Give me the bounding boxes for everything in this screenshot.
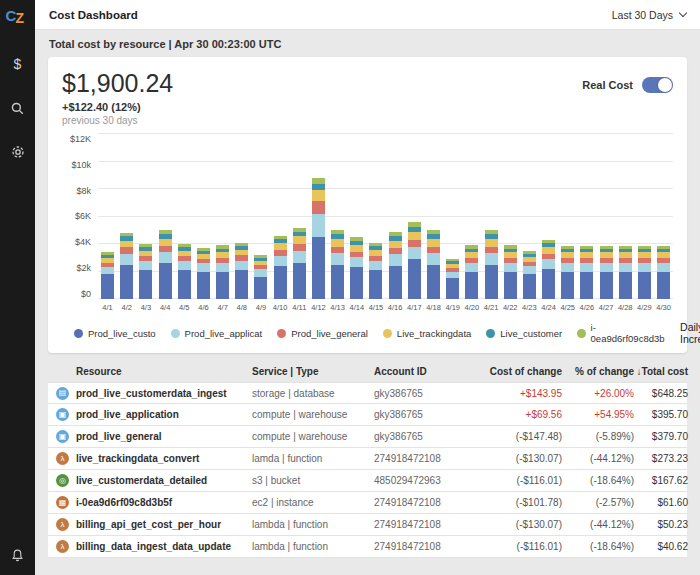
- legend-dot: [277, 329, 286, 338]
- column-header-resource[interactable]: Resource: [76, 366, 252, 377]
- legend-label: Prod_live_custo: [88, 328, 156, 339]
- table-header-row: ResourceService | TypeAccount IDCost of …: [48, 360, 687, 382]
- legend-item-Live_trackingdata[interactable]: Live_trackingdata: [383, 328, 471, 339]
- bar-segment-Prod_live_applicat: [427, 253, 440, 265]
- resource-name: prod_live_customerdata_ingest: [76, 388, 252, 399]
- service-type: compute | warehouse: [252, 431, 374, 442]
- legend-item-Prod_live_applicat[interactable]: Prod_live_applicat: [171, 328, 263, 339]
- bar-segment-Prod_live_applicat: [350, 257, 363, 267]
- cost-of-change: (-$116.01): [474, 541, 562, 552]
- storage-icon: ▤: [56, 387, 69, 400]
- x-tick-label: 4/10: [271, 303, 290, 312]
- table-row[interactable]: ▦i-0ea9d6rf09c8d3b5fec2 | instance274918…: [48, 492, 687, 514]
- column-header--total-cost[interactable]: ↓Total cost: [634, 366, 688, 377]
- bar-segment-Live_trackingdata: [159, 239, 172, 247]
- bar-4/18: [424, 134, 443, 299]
- real-cost-toggle[interactable]: [642, 77, 673, 93]
- bar-segment-Prod_live_applicat: [523, 266, 536, 274]
- cost-of-change: +$143.95: [474, 388, 562, 399]
- table-row[interactable]: ▣prod_live_generalcompute | warehousegky…: [48, 426, 687, 448]
- bar-stack: [235, 243, 248, 299]
- table-row[interactable]: λbilling_data_ingest_data_updatelambda |…: [48, 536, 687, 558]
- bar-4/12: [309, 134, 328, 299]
- x-tick-label: 4/2: [117, 303, 136, 312]
- bar-4/7: [213, 134, 232, 299]
- account-id: 274918472108: [374, 519, 474, 530]
- bar-segment-Prod_live_applicat: [408, 247, 421, 259]
- account-id: 274918472108: [374, 453, 474, 464]
- resource-name: billing_api_get_cost_per_hour: [76, 519, 252, 530]
- legend-item-Live_customer[interactable]: Live_customer: [486, 328, 562, 339]
- bar-4/16: [386, 134, 405, 299]
- row-icon-cell: ▤: [48, 387, 76, 400]
- bar-segment-Prod_live_applicat: [254, 269, 267, 277]
- x-tick-label: 4/30: [654, 303, 673, 312]
- bar-4/5: [175, 134, 194, 299]
- account-id: gky386765: [374, 388, 474, 399]
- x-tick-label: 4/29: [635, 303, 654, 312]
- bar-segment-Prod_live_custo: [408, 259, 421, 299]
- bar-4/22: [501, 134, 520, 299]
- bar-4/21: [481, 134, 500, 299]
- logo-letter-z: Z: [16, 10, 25, 26]
- legend-item-Prod_live_general[interactable]: Prod_live_general: [277, 328, 368, 339]
- bar-stack: [389, 232, 402, 299]
- interval-dropdown[interactable]: Daily Increments: [680, 321, 700, 345]
- toggle-knob: [658, 78, 672, 92]
- bar-4/4: [156, 134, 175, 299]
- table-row[interactable]: ▤prod_live_customerdata_ingeststorage | …: [48, 382, 687, 404]
- date-range-selector[interactable]: Last 30 Days: [612, 9, 686, 21]
- table-row[interactable]: λlive_trackingdata_convertlamda | functi…: [48, 448, 687, 470]
- column-header-account-id[interactable]: Account ID: [374, 366, 474, 377]
- bar-segment-Prod_live_custo: [446, 278, 459, 299]
- legend-row: Prod_live_custoProd_live_applicatProd_li…: [62, 321, 673, 345]
- account-id: gky386765: [374, 431, 474, 442]
- column-header-service---type[interactable]: Service | Type: [252, 366, 374, 377]
- app-logo[interactable]: C Z: [4, 6, 32, 28]
- bar-segment-Prod_live_custo: [312, 237, 325, 299]
- legend-dot: [171, 329, 180, 338]
- column-header-cost-of-change[interactable]: Cost of change: [474, 366, 562, 377]
- total-cost: $50.23: [634, 519, 688, 530]
- legend-item-i-0ea9d6rf09c8d3b[interactable]: i-0ea9d6rf09c8d3b: [577, 322, 665, 344]
- cost-nav-dollar-icon[interactable]: $: [8, 54, 28, 74]
- bar-stack: [523, 251, 536, 299]
- x-tick-label: 4/21: [481, 303, 500, 312]
- gear-icon[interactable]: [8, 142, 28, 162]
- table-row[interactable]: λbilling_api_get_cost_per_hourlambda | f…: [48, 514, 687, 536]
- s3-icon: ◎: [56, 474, 69, 487]
- bar-4/13: [328, 134, 347, 299]
- bar-segment-Prod_live_applicat: [120, 254, 133, 265]
- service-type: lambda | function: [252, 519, 374, 530]
- bar-segment-Prod_live_applicat: [293, 251, 306, 263]
- bar-stack: [178, 244, 191, 299]
- total-cost: $61.60: [634, 497, 688, 508]
- search-icon[interactable]: [8, 98, 28, 118]
- y-tick-label: $8k: [76, 186, 91, 196]
- legend-label: Prod_live_applicat: [185, 328, 263, 339]
- table-row[interactable]: ▣prod_live_applicationcompute | warehous…: [48, 404, 687, 426]
- service-type: lambda | function: [252, 541, 374, 552]
- total-cost: $395.70: [634, 409, 688, 420]
- pct-of-change: (-44.12%): [562, 519, 634, 530]
- bar-segment-Prod_live_custo: [369, 270, 382, 299]
- x-tick-label: 4/27: [596, 303, 615, 312]
- column-header---of-change[interactable]: % of change: [562, 366, 634, 377]
- account-id: gky386765: [374, 409, 474, 420]
- bar-segment-Prod_live_custo: [389, 266, 402, 299]
- bar-4/28: [616, 134, 635, 299]
- legend-label: Prod_live_general: [291, 328, 368, 339]
- table-row[interactable]: ◎live_customerdata_detaileds3 | bucket48…: [48, 470, 687, 492]
- pct-of-change: +26.00%: [562, 388, 634, 399]
- x-tick-label: 4/16: [386, 303, 405, 312]
- stacked-bar-chart: $12K$10k$8k$6K$4K$2k$0: [62, 134, 673, 299]
- x-tick-label: 4/12: [309, 303, 328, 312]
- bar-segment-Prod_live_applicat: [235, 261, 248, 271]
- y-tick-label: $2k: [76, 263, 91, 273]
- legend-item-Prod_live_custo[interactable]: Prod_live_custo: [74, 328, 156, 339]
- bar-segment-Prod_live_custo: [197, 272, 210, 300]
- bar-segment-Live_trackingdata: [331, 239, 344, 247]
- bar-4/10: [271, 134, 290, 299]
- bar-segment-Prod_live_applicat: [638, 263, 651, 272]
- bell-icon[interactable]: [8, 545, 28, 565]
